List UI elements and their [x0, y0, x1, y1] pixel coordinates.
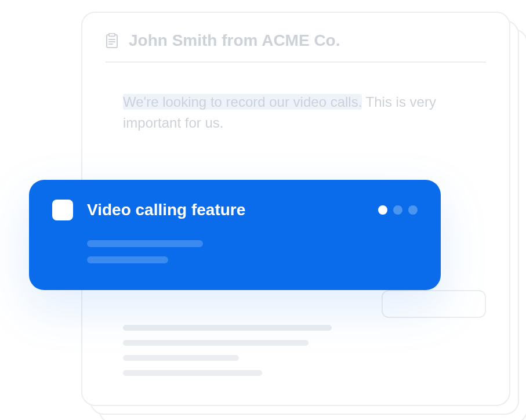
feature-line — [87, 240, 203, 247]
card-body: We're looking to record our video calls.… — [106, 63, 486, 133]
clipboard-icon — [106, 33, 118, 48]
dot-inactive — [393, 205, 402, 215]
svg-rect-1 — [109, 34, 115, 37]
feature-line — [87, 256, 168, 263]
status-dots — [378, 205, 418, 215]
skeleton-line — [123, 340, 309, 346]
skeleton-lines — [106, 325, 486, 376]
feature-checkbox[interactable] — [52, 200, 73, 220]
skeleton-line — [123, 355, 239, 361]
skeleton-line — [123, 370, 262, 376]
note-text[interactable]: We're looking to record our video calls.… — [123, 92, 469, 133]
feature-skeleton — [87, 240, 418, 263]
dot-active — [378, 205, 387, 215]
highlighted-text[interactable]: We're looking to record our video calls. — [123, 94, 362, 110]
skeleton-line — [123, 325, 332, 331]
card-header: John Smith from ACME Co. — [106, 31, 486, 63]
dot-inactive — [408, 205, 418, 215]
feature-header: Video calling feature — [52, 200, 418, 220]
skeleton-button — [382, 290, 486, 318]
feature-title: Video calling feature — [87, 201, 364, 219]
card-title: John Smith from ACME Co. — [129, 31, 340, 50]
feature-card[interactable]: Video calling feature — [29, 180, 441, 290]
